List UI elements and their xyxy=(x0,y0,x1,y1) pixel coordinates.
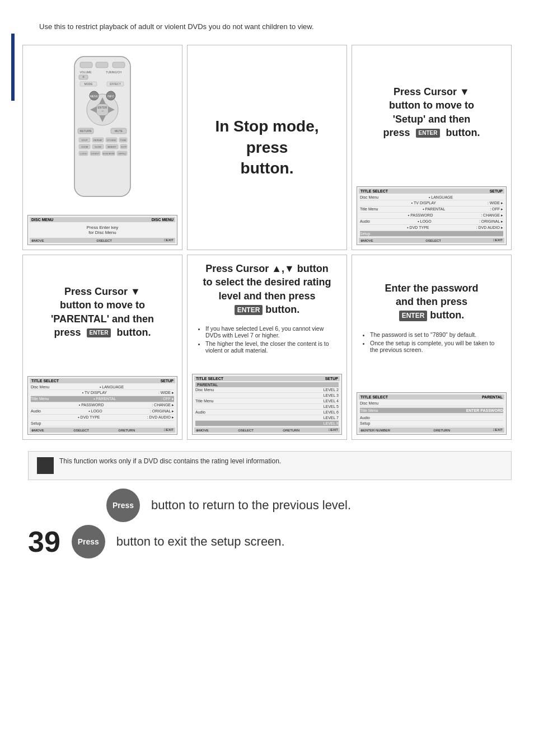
svg-text:↵: ↵ xyxy=(102,110,104,112)
press-exit-row: 39 Press button to exit the setup screen… xyxy=(28,525,512,558)
note-section: This function works only if a DVD disc c… xyxy=(28,451,512,480)
cell-cursor-setup: Press Cursor ▼button to move to'Setup' a… xyxy=(352,45,512,250)
svg-rect-2 xyxy=(96,62,108,68)
cell-cursor-parental: Press Cursor ▼button to move to'PARENTAL… xyxy=(22,255,182,440)
press-return-text: button to return to the previous level. xyxy=(151,498,351,513)
svg-text:TUNING/CH: TUNING/CH xyxy=(106,71,121,74)
cell-level-screen: TITLE SELECT SETUP PARENTAL Disc MenuLEV… xyxy=(188,367,346,439)
cell-setup-screen: TITLE SELECT SETUP Disc Menu• LANGUAGE •… xyxy=(352,179,511,250)
svg-text:SLOW: SLOW xyxy=(95,145,101,148)
cell-parental-screen: TITLE SELECT SETUP Disc Menu• LANGUAGE •… xyxy=(23,369,182,439)
cell-stop-mode-top: In Stop mode,pressbutton. xyxy=(188,45,346,250)
cell-password-screen: TITLE SELECT PARENTAL Disc Menu Title Me… xyxy=(352,385,511,439)
screen-mockup-1: DISC MENU DISC MENU Press Enter keyfor D… xyxy=(27,215,177,245)
cursor-level-text: Press Cursor ▲,▼ buttonto select the des… xyxy=(194,262,340,316)
cell-stop-mode: In Stop mode,pressbutton. xyxy=(187,45,347,250)
cell-remote-top: VOLUME TUNING/CH + MODE EFFECT xyxy=(23,45,182,208)
cursor-parental-text: Press Cursor ▼button to move to'PARENTAL… xyxy=(51,285,154,339)
svg-text:STOP: STOP xyxy=(82,139,88,142)
svg-text:TONE: TONE xyxy=(120,139,126,142)
press-return-button[interactable]: Press xyxy=(106,489,140,522)
screen-mockup-4: TITLE SELECT SETUP PARENTAL Disc MenuLEV… xyxy=(192,374,342,435)
top-row-grid: VOLUME TUNING/CH + MODE EFFECT xyxy=(22,45,512,250)
cell-remote: VOLUME TUNING/CH + MODE EFFECT xyxy=(22,45,182,250)
cell-password: Enter the passwordand then pressENTER bu… xyxy=(352,255,512,440)
bottom-row-grid: Press Cursor ▼button to move to'PARENTAL… xyxy=(22,255,512,440)
stop-mode-text: In Stop mode,pressbutton. xyxy=(215,116,318,179)
svg-text:MUTE: MUTE xyxy=(115,129,123,133)
password-text: Enter the passwordand then pressENTER bu… xyxy=(359,281,504,322)
press-section: Press button to return to the previous l… xyxy=(28,489,512,558)
svg-text:SLIDE MODE: SLIDE MODE xyxy=(102,153,115,155)
cell-password-top: Enter the passwordand then pressENTER bu… xyxy=(352,255,511,385)
svg-text:+: + xyxy=(82,75,85,79)
password-bullets: The password is set to "7890" by default… xyxy=(359,327,504,359)
note-text: This function works only if a DVD disc c… xyxy=(59,457,281,465)
note-icon xyxy=(37,457,54,474)
svg-text:ZOOM: ZOOM xyxy=(81,145,88,148)
svg-text:EFFECT: EFFECT xyxy=(110,82,120,86)
svg-text:MODE: MODE xyxy=(85,82,93,86)
svg-text:LOGO: LOGO xyxy=(80,152,87,155)
svg-text:DSP/EQ: DSP/EQ xyxy=(118,153,126,155)
svg-rect-1 xyxy=(80,62,92,68)
svg-text:RETURN: RETURN xyxy=(80,129,92,133)
screen-mockup-3: TITLE SELECT SETUP Disc Menu• LANGUAGE •… xyxy=(27,376,177,435)
press-return-row: Press button to return to the previous l… xyxy=(106,489,512,522)
press-exit-button[interactable]: Press xyxy=(72,525,105,558)
note-box: This function works only if a DVD disc c… xyxy=(28,451,512,480)
page-number: 39 xyxy=(28,527,60,556)
screen-mockup-2: TITLE SELECT SETUP Disc Menu• LANGUAGE •… xyxy=(357,186,507,245)
svg-text:S.EFF: S.EFF xyxy=(121,146,127,148)
svg-text:MEMORY: MEMORY xyxy=(107,146,116,148)
cell-remote-screen: DISC MENU DISC MENU Press Enter keyfor D… xyxy=(23,208,182,250)
svg-rect-3 xyxy=(113,62,125,68)
cell-cursor-setup-top: Press Cursor ▼button to move to'Setup' a… xyxy=(352,45,511,179)
svg-text:ENTER: ENTER xyxy=(98,106,107,109)
cursor-setup-text: Press Cursor ▼button to move to'Setup' a… xyxy=(383,85,480,139)
svg-text:MENU: MENU xyxy=(90,95,99,98)
level-bullets: If you have selected Level 6, you cannot… xyxy=(194,321,340,360)
svg-text:VOLUME: VOLUME xyxy=(79,71,92,74)
svg-text:ST.VIEW: ST.VIEW xyxy=(107,139,116,142)
press-exit-label: Press xyxy=(78,537,99,546)
svg-text:DIGEST: DIGEST xyxy=(91,152,100,155)
page-container: Use this to restrict playback of adult o… xyxy=(0,0,534,756)
intro-text: Use this to restrict playback of adult o… xyxy=(39,22,512,31)
screen-mockup-5: TITLE SELECT PARENTAL Disc Menu Title Me… xyxy=(357,392,507,435)
press-return-label: Press xyxy=(113,501,134,510)
press-exit-text: button to exit the setup screen. xyxy=(116,534,285,549)
left-accent-bar xyxy=(11,34,15,101)
svg-text:REPEAT: REPEAT xyxy=(93,139,102,142)
svg-text:INFO: INFO xyxy=(107,95,114,98)
cell-cursor-level: Press Cursor ▲,▼ buttonto select the des… xyxy=(187,255,347,440)
cell-cursor-level-top: Press Cursor ▲,▼ buttonto select the des… xyxy=(188,255,346,367)
remote-control-svg: VOLUME TUNING/CH + MODE EFFECT xyxy=(63,54,142,199)
cell-cursor-parental-top: Press Cursor ▼button to move to'PARENTAL… xyxy=(23,255,182,369)
